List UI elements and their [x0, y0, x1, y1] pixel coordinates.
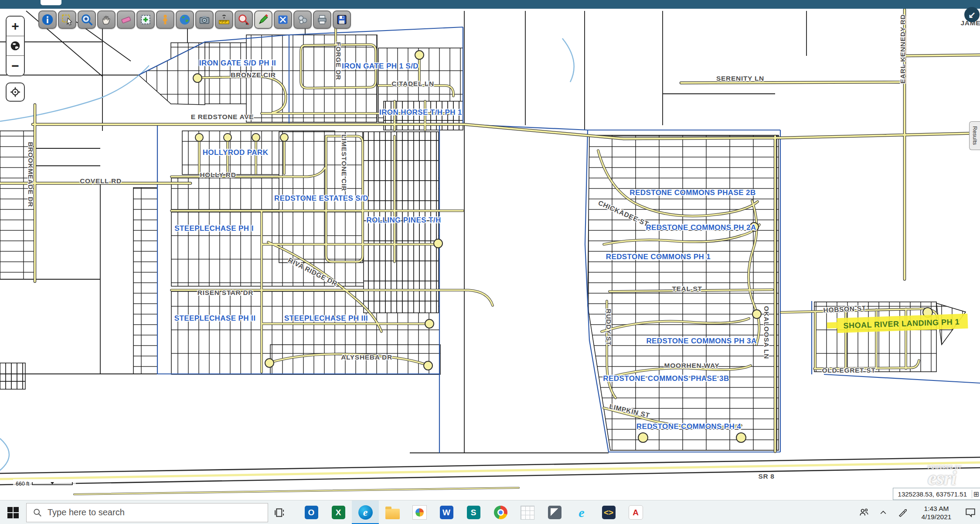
locate-button[interactable] — [6, 82, 25, 102]
file-explorer-icon — [385, 509, 400, 519]
store-icon — [521, 506, 534, 520]
globe-icon — [10, 40, 21, 51]
taskbar-app-paint[interactable] — [541, 500, 568, 524]
hidden-icons-button[interactable] — [874, 500, 893, 524]
map-label: ALYSHEBA DR — [341, 353, 392, 361]
measure-icon — [218, 14, 230, 26]
map-label: STEEPLECHASE PH II — [174, 314, 256, 322]
map-toolbar — [38, 10, 351, 29]
chevron-up-icon — [879, 508, 888, 517]
map-label: BROOKMEADE DR — [27, 142, 34, 207]
zoom-out-button[interactable]: − — [7, 56, 24, 75]
search-placeholder: Type here to search — [48, 507, 125, 517]
taskbar-app-photos[interactable] — [406, 500, 433, 524]
toolbar-identify-button[interactable] — [38, 10, 57, 29]
pan-icon — [100, 14, 112, 26]
taskbar-app-code-editor[interactable]: <> — [595, 500, 622, 524]
zoom-in-icon — [81, 14, 93, 26]
street-view-icon — [159, 14, 171, 26]
excel-icon: X — [332, 506, 345, 519]
results-side-tab[interactable]: Results — [969, 121, 980, 150]
toolbar-print-button[interactable] — [313, 10, 331, 29]
taskbar-app-sharepoint[interactable]: S — [460, 500, 487, 524]
taskbar-app-chrome[interactable] — [487, 500, 514, 524]
earth-icon — [179, 14, 191, 26]
paint-icon — [548, 506, 561, 519]
photos-icon — [412, 505, 427, 520]
taskbar-app-acrobat[interactable]: A — [622, 500, 649, 524]
taskbar-clock[interactable]: 1:43 AM 4/19/2021 — [912, 504, 961, 521]
toolbar-select-button[interactable] — [58, 10, 76, 29]
taskbar-apps: OXeWSe<>A — [298, 500, 649, 524]
zoom-in-button[interactable]: + — [7, 17, 24, 36]
toolbar-erase-button[interactable] — [117, 10, 135, 29]
internet-explorer-icon: e — [578, 505, 584, 520]
people-icon — [858, 507, 870, 518]
toolbar-select-box-button[interactable] — [136, 10, 155, 29]
locate-icon — [10, 86, 21, 98]
screenshot-icon — [198, 14, 211, 26]
taskbar-app-excel[interactable]: X — [325, 500, 352, 524]
select-box-icon — [140, 14, 152, 26]
map-label: REDSTONE ESTATES S/D — [274, 194, 368, 202]
map-label: REDSTONE COMMONS PH 4 — [636, 422, 742, 431]
toolbar-street-view-button[interactable] — [156, 10, 174, 29]
expand-coordinates-icon[interactable]: ⊞ — [972, 490, 980, 498]
start-button[interactable] — [0, 500, 26, 524]
map-label: REDSTONE COMMONS PHASE 3B — [603, 374, 729, 383]
toolbar-zoom-in-button[interactable] — [78, 10, 96, 29]
map-label: REDSTONE COMMONS PH 3A — [646, 337, 756, 345]
map-label: CITADEL LN — [391, 80, 434, 87]
toolbar-draw-button[interactable] — [254, 10, 272, 29]
toolbar-save-button[interactable] — [333, 10, 351, 29]
map-label: E REDSTONE AVE — [191, 113, 254, 120]
toolbar-full-extent-button[interactable] — [274, 10, 292, 29]
erase-icon — [120, 14, 132, 26]
outlook-icon: O — [305, 506, 318, 519]
toolbar-buffer-button[interactable] — [293, 10, 312, 29]
home-extent-button[interactable] — [7, 36, 24, 56]
map-label: EARL KENNEDY RD — [899, 14, 906, 84]
taskbar-app-word[interactable]: W — [433, 500, 460, 524]
edge-icon: e — [358, 505, 373, 520]
map-label: TEAL ST — [672, 285, 702, 292]
pen-icon — [897, 507, 908, 518]
draw-icon — [257, 14, 269, 26]
map-label: REDSTONE COMMONS PH 2A — [646, 223, 756, 232]
toolbar-measure-button[interactable] — [215, 10, 233, 29]
action-center-icon — [965, 507, 976, 518]
people-button[interactable] — [854, 500, 874, 524]
full-extent-icon — [277, 14, 289, 26]
coordinate-readout: 1325238.53, 637571.51 ⊞ — [893, 488, 980, 500]
taskbar-app-internet-explorer[interactable]: e — [568, 500, 595, 524]
collapse-panel-button[interactable]: ↙ — [964, 7, 980, 22]
system-tray: 1:43 AM 4/19/2021 — [854, 500, 980, 524]
map-label: IRON GATE S/D PH II — [199, 59, 276, 67]
identify-icon — [41, 14, 54, 26]
action-center-button[interactable] — [961, 500, 980, 524]
toolbar-screenshot-button[interactable] — [195, 10, 214, 29]
coordinates-value: 1325238.53, 637571.51 — [893, 490, 972, 498]
taskbar-app-file-explorer[interactable] — [379, 500, 406, 524]
buffer-icon — [296, 14, 309, 26]
map-label: SERENITY LN — [716, 75, 764, 82]
taskbar-search[interactable]: Type here to search — [26, 503, 268, 522]
toolbar-zoom-xy-button[interactable] — [235, 10, 253, 29]
toolbar-pan-button[interactable] — [97, 10, 116, 29]
parcel-map-canvas[interactable]: IRON GATE S/D PH IIIRON GATE PH 1 S/DIRO… — [0, 0, 980, 500]
save-icon — [336, 14, 348, 26]
taskbar-app-store[interactable] — [514, 500, 541, 524]
taskbar-app-edge[interactable]: e — [352, 500, 379, 524]
print-icon — [316, 14, 328, 26]
pen-button[interactable] — [893, 500, 912, 524]
map-label: MOORHEN WAY — [664, 362, 720, 369]
map-label: HOLLYROD PARK — [203, 148, 269, 157]
browser-tab[interactable] — [41, 0, 61, 5]
task-view-button[interactable] — [268, 500, 292, 524]
toolbar-earth-button[interactable] — [176, 10, 194, 29]
scale-bar: 660 ft — [13, 479, 76, 489]
map-label: STEEPLECHASE PH III — [284, 314, 368, 322]
taskbar-app-outlook[interactable]: O — [298, 500, 325, 524]
map-label: OKALOOSA LN — [763, 306, 770, 359]
clock-time: 1:43 AM — [912, 504, 961, 513]
